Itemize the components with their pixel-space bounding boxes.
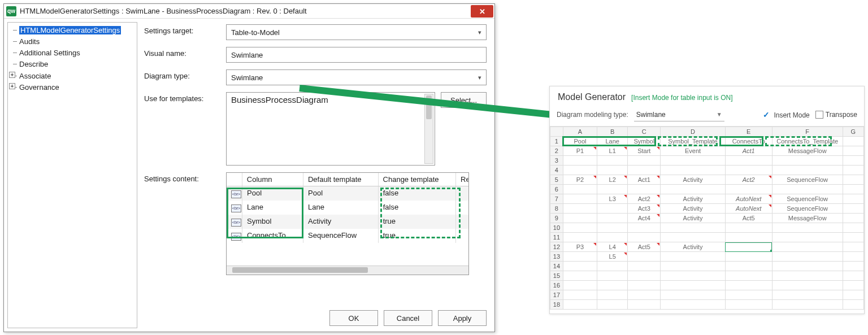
cell[interactable] <box>597 204 628 214</box>
cell[interactable] <box>843 233 863 242</box>
cell[interactable] <box>661 185 725 194</box>
column-header[interactable]: A <box>563 127 597 137</box>
diagram-type-combo[interactable]: Swimlane ▾ <box>226 69 487 85</box>
cell[interactable] <box>597 271 628 281</box>
cell[interactable] <box>563 223 597 233</box>
spreadsheet-grid[interactable]: ABCDEFG1PoolLaneSymbolSymbol_TemplateCon… <box>550 127 864 310</box>
cell[interactable] <box>597 300 628 310</box>
cell[interactable] <box>772 300 843 310</box>
grid-cell[interactable]: true <box>379 229 456 243</box>
cell[interactable]: Act5 <box>628 242 661 252</box>
grid-cell[interactable]: <br> <box>227 215 242 229</box>
apply-button[interactable]: Apply <box>438 310 487 326</box>
column-header[interactable]: D <box>661 127 725 137</box>
cell[interactable] <box>628 300 661 310</box>
cell[interactable]: L4 <box>597 242 628 252</box>
cell[interactable] <box>843 166 863 175</box>
cell[interactable]: SequenceFlow <box>772 175 843 185</box>
cell[interactable] <box>661 271 725 281</box>
grid-cell[interactable] <box>456 186 468 201</box>
cell[interactable]: Act1 <box>628 175 661 185</box>
cell[interactable] <box>772 271 843 281</box>
cell[interactable] <box>563 156 597 166</box>
cell[interactable] <box>628 185 661 194</box>
cell[interactable] <box>843 175 863 185</box>
cell[interactable] <box>725 156 772 166</box>
cell[interactable] <box>843 223 863 233</box>
cell[interactable] <box>772 262 843 271</box>
grid-cell[interactable]: Pool <box>242 186 303 201</box>
cell[interactable] <box>628 262 661 271</box>
expand-icon[interactable]: + <box>9 83 15 89</box>
cell[interactable] <box>661 300 725 310</box>
row-header[interactable]: 1 <box>550 137 563 146</box>
cell[interactable]: P1 <box>563 146 597 156</box>
cell[interactable] <box>628 252 661 262</box>
row-header[interactable]: 9 <box>550 214 563 223</box>
cell[interactable] <box>725 262 772 271</box>
grid-cell[interactable]: ConnectsTo <box>242 229 303 243</box>
tree-item[interactable]: Describe <box>9 59 136 70</box>
cell[interactable] <box>563 300 597 310</box>
cell[interactable] <box>725 281 772 290</box>
cell[interactable] <box>772 252 843 262</box>
cell[interactable]: L3 <box>597 194 628 204</box>
cell[interactable] <box>843 156 863 166</box>
cell[interactable]: Activity <box>661 175 725 185</box>
grid-cell[interactable]: <br> <box>227 201 242 215</box>
ok-button[interactable]: OK <box>329 310 378 326</box>
cell[interactable] <box>772 242 843 252</box>
row-header[interactable]: 4 <box>550 166 563 175</box>
row-header[interactable]: 10 <box>550 223 563 233</box>
grid-row[interactable]: <br>PoolPoolfalse <box>227 186 468 201</box>
grid-cell[interactable] <box>456 229 468 243</box>
cell[interactable] <box>843 271 863 281</box>
cell[interactable] <box>597 262 628 271</box>
cell[interactable] <box>597 290 628 300</box>
row-header[interactable]: 6 <box>550 185 563 194</box>
column-header[interactable] <box>550 127 563 137</box>
row-header[interactable]: 5 <box>550 175 563 185</box>
cell[interactable] <box>843 185 863 194</box>
cell[interactable] <box>628 281 661 290</box>
cell[interactable]: P3 <box>563 242 597 252</box>
cell[interactable] <box>843 300 863 310</box>
cell[interactable] <box>772 290 843 300</box>
cell[interactable] <box>843 204 863 214</box>
grid-cell[interactable]: Lane <box>303 201 379 215</box>
scrollbar-horizontal[interactable] <box>227 266 468 275</box>
cell[interactable] <box>725 185 772 194</box>
cell[interactable] <box>772 233 843 242</box>
row-header[interactable]: 11 <box>550 233 563 242</box>
cell[interactable]: Act3 <box>628 204 661 214</box>
cell[interactable]: Start <box>628 146 661 156</box>
row-header[interactable]: 7 <box>550 194 563 204</box>
cell[interactable] <box>725 233 772 242</box>
grid-cell[interactable]: false <box>379 201 456 215</box>
cell[interactable] <box>725 290 772 300</box>
cell[interactable] <box>772 223 843 233</box>
cell[interactable]: Activity <box>661 242 725 252</box>
cell[interactable] <box>772 185 843 194</box>
cell[interactable] <box>628 166 661 175</box>
cell[interactable] <box>772 166 843 175</box>
row-header[interactable]: 8 <box>550 204 563 214</box>
row-header[interactable]: 15 <box>550 271 563 281</box>
cell[interactable] <box>772 281 843 290</box>
column-header[interactable]: G <box>843 127 863 137</box>
cell[interactable] <box>628 156 661 166</box>
column-header[interactable]: E <box>725 127 772 137</box>
cell[interactable]: Activity <box>661 204 725 214</box>
column-header[interactable]: F <box>772 127 843 137</box>
cell[interactable] <box>725 271 772 281</box>
cell[interactable]: AutoNext <box>725 194 772 204</box>
transpose-toggle[interactable]: Transpose <box>815 111 857 119</box>
grid-cell[interactable]: SequenceFlow <box>303 229 379 243</box>
cell[interactable] <box>725 166 772 175</box>
cell[interactable] <box>843 146 863 156</box>
grid-row[interactable]: <br>ConnectsToSequenceFlowtrue <box>227 229 468 243</box>
cell[interactable] <box>597 185 628 194</box>
column-header[interactable]: C <box>628 127 661 137</box>
cell[interactable] <box>661 223 725 233</box>
cell[interactable]: AutoNext <box>725 204 772 214</box>
